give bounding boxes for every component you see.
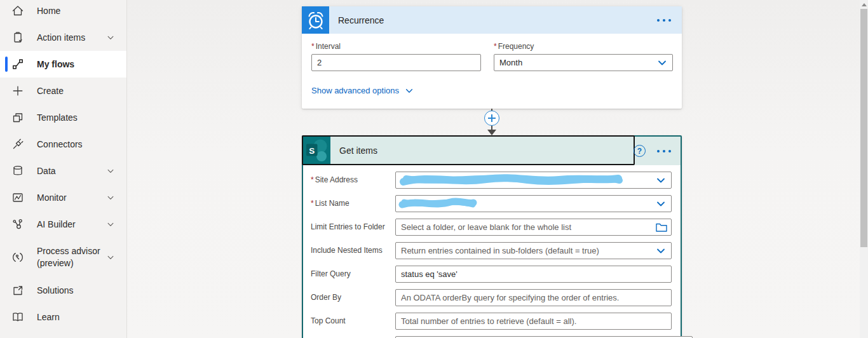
power-automate-designer: Home Action items My flows: [0, 0, 868, 338]
field-row-site-address: *Site Address: [311, 172, 672, 189]
clipboard-icon: [11, 31, 24, 44]
sidebar-item-label: Home: [37, 5, 60, 17]
card-title: Recurrence: [338, 15, 384, 25]
chevron-down-icon: [106, 193, 115, 202]
vertical-scrollbar[interactable]: [860, 0, 868, 338]
card-title: Get items: [339, 145, 377, 156]
sidebar-item-templates[interactable]: Templates: [0, 104, 126, 131]
top-count-input[interactable]: [395, 313, 672, 330]
get-items-card-header[interactable]: S Get items ?: [303, 137, 681, 165]
required-asterisk: *: [311, 175, 314, 184]
recurrence-card-body: *Interval *Frequency Month Show advanced…: [302, 34, 682, 95]
sidebar-item-label: Create: [37, 85, 64, 97]
sidebar-item-label: Data: [37, 165, 56, 177]
connector-plug-icon: [11, 138, 24, 151]
field-row-include-nested-items: Include Nested Items Return entries cont…: [311, 242, 672, 259]
sidebar-nav-list: Home Action items My flows: [0, 0, 126, 330]
sidebar-item-my-flows[interactable]: My flows: [0, 51, 126, 78]
solutions-box-icon: [11, 284, 24, 297]
sidebar-item-process-advisor[interactable]: Process advisor (preview): [0, 238, 126, 277]
limit-entries-to-folder-input[interactable]: [395, 219, 672, 236]
field-label: *List Name: [311, 199, 395, 208]
interval-input[interactable]: [311, 54, 481, 71]
chevron-down-icon: [405, 86, 414, 95]
database-icon: [11, 165, 24, 177]
sidebar-item-label: Connectors: [37, 139, 83, 151]
field-label: Top Count: [311, 316, 395, 325]
up-arrow-icon: [862, 3, 867, 6]
frequency-label: *Frequency: [494, 42, 673, 51]
show-advanced-options-link[interactable]: Show advanced options: [311, 86, 414, 95]
scrollbar-thumb[interactable]: [860, 9, 867, 247]
sidebar-item-ai-builder[interactable]: AI Builder: [0, 211, 126, 238]
sidebar: Home Action items My flows: [0, 0, 127, 338]
chevron-down-icon: [106, 253, 115, 262]
sidebar-item-label: My flows: [37, 58, 74, 71]
field-label: Include Nested Items: [311, 246, 395, 255]
chevron-down-icon: [656, 246, 666, 256]
ai-network-icon: [11, 218, 24, 231]
field-row-filter-query: Filter Query: [311, 266, 672, 283]
alarm-clock-icon: [302, 6, 329, 34]
more-options-icon[interactable]: [657, 19, 671, 22]
sidebar-item-label: AI Builder: [37, 219, 76, 231]
frequency-value: Month: [499, 58, 522, 67]
site-address-dropdown[interactable]: [395, 172, 672, 189]
more-options-icon[interactable]: [657, 150, 671, 152]
frequency-dropdown[interactable]: Month: [494, 54, 673, 71]
chevron-down-icon: [106, 220, 115, 229]
sidebar-item-create[interactable]: Create: [0, 78, 126, 104]
sidebar-item-label: Learn: [37, 311, 60, 323]
insert-step-button[interactable]: [484, 111, 499, 126]
include-nested-items-dropdown[interactable]: Return entries contained in sub-folders …: [395, 242, 672, 259]
flow-canvas: Recurrence *Interval *Frequency Month: [127, 0, 868, 338]
sidebar-item-data[interactable]: Data: [0, 158, 126, 184]
sidebar-item-label: Solutions: [37, 285, 74, 297]
field-label: Filter Query: [311, 269, 395, 278]
svg-text:S: S: [309, 146, 315, 156]
folder-picker-icon[interactable]: [656, 222, 667, 232]
field-label: Order By: [311, 293, 395, 302]
selection-focus-outline: S Get items: [302, 135, 635, 165]
home-icon: [11, 4, 24, 17]
required-asterisk: *: [311, 199, 314, 208]
chevron-down-icon: [656, 199, 666, 209]
sidebar-item-label: Action items: [37, 32, 85, 44]
sidebar-item-home[interactable]: Home: [0, 0, 126, 24]
connector-arrowhead: [487, 130, 496, 135]
field-row-limit-entries-to-folder: Limit Entries to Folder: [311, 219, 672, 236]
sidebar-item-label: Monitor: [37, 192, 67, 204]
filter-query-input[interactable]: [395, 266, 672, 283]
sidebar-item-label: Process advisor (preview): [37, 245, 105, 269]
field-row-list-name: *List Name: [311, 195, 672, 212]
open-book-icon: [11, 311, 24, 323]
plus-icon: [11, 84, 24, 97]
monitor-icon: [11, 191, 24, 204]
field-label: *Site Address: [311, 175, 395, 184]
templates-icon: [11, 111, 24, 124]
help-icon[interactable]: ?: [634, 145, 646, 157]
chevron-down-icon: [106, 166, 115, 175]
flow-icon: [11, 58, 24, 71]
sidebar-item-connectors[interactable]: Connectors: [0, 131, 126, 158]
field-label: Limit Entries to Folder: [311, 222, 395, 231]
get-items-card-body: *Site Address *List Name: [303, 165, 681, 338]
interval-label: *Interval: [311, 42, 481, 51]
chevron-down-icon: [106, 33, 115, 42]
sharepoint-icon: S: [303, 137, 330, 164]
sidebar-item-monitor[interactable]: Monitor: [0, 184, 126, 211]
chevron-down-icon: [656, 175, 666, 186]
list-name-dropdown[interactable]: [395, 195, 672, 212]
order-by-input[interactable]: [395, 289, 672, 306]
sidebar-item-learn[interactable]: Learn: [0, 304, 126, 330]
selected-indicator-bar: [5, 57, 8, 72]
field-row-order-by: Order By: [311, 289, 672, 306]
field-row-top-count: Top Count: [311, 313, 672, 330]
sidebar-item-label: Templates: [37, 112, 78, 124]
sidebar-item-action-items[interactable]: Action items: [0, 24, 126, 51]
scroll-up-button[interactable]: [860, 0, 868, 9]
required-asterisk: *: [311, 42, 315, 51]
process-advisor-icon: [11, 251, 24, 264]
recurrence-card-header[interactable]: Recurrence: [302, 6, 682, 34]
sidebar-item-solutions[interactable]: Solutions: [0, 277, 126, 304]
